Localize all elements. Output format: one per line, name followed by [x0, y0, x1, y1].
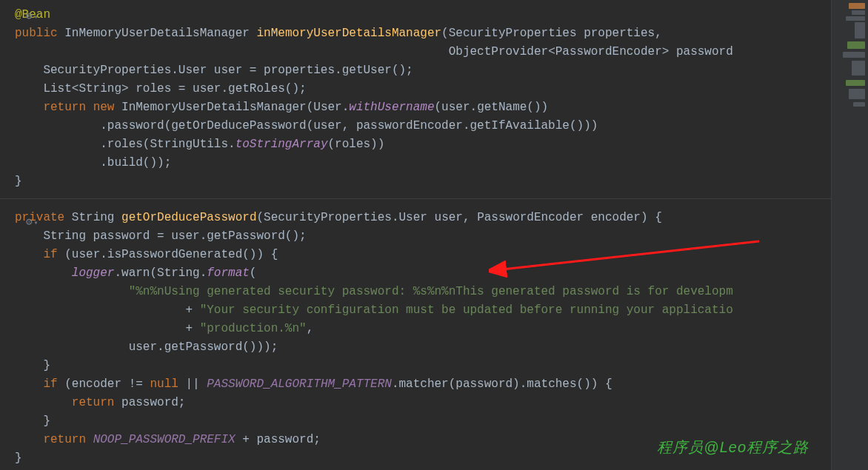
- code-line: logger.warn(String.format(: [0, 264, 831, 283]
- code-line: "%n%nUsing generated security password: …: [0, 283, 831, 301]
- gutter-controls-1[interactable]: ⚙▾: [26, 7, 48, 21]
- code-line: }: [0, 357, 831, 375]
- code-line: String password = user.getPassword();: [0, 227, 831, 246]
- code-line: return NOOP_PASSWORD_PREFIX + password;: [0, 431, 831, 449]
- code-line: .roles(StringUtils.toStringArray(roles)): [0, 135, 831, 154]
- gear-icon: ⚙: [26, 213, 32, 232]
- code-line: ObjectProvider<PasswordEncoder> password: [0, 43, 831, 61]
- method-divider: [0, 198, 831, 209]
- code-line: .password(getOrDeducePassword(user, pass…: [0, 117, 831, 135]
- code-line: + "production.%n",: [0, 320, 831, 338]
- method-name: inMemoryUserDetailsManager: [256, 27, 441, 40]
- code-line: return password;: [0, 394, 831, 412]
- code-line: if (user.isPasswordGenerated()) {: [0, 246, 831, 264]
- method-name: getOrDeducePassword: [121, 211, 256, 224]
- chevron-down-icon: ▾: [33, 214, 38, 232]
- gutter-controls-2[interactable]: ⚙▾: [26, 213, 48, 226]
- code-line: }: [0, 412, 831, 431]
- code-line: public InMemoryUserDetailsManager inMemo…: [0, 24, 831, 43]
- code-line: .build());: [0, 154, 831, 172]
- code-line: SecurityProperties.User user = propertie…: [0, 61, 831, 80]
- code-line: + "Your security configuration must be u…: [0, 301, 831, 320]
- code-line: return new InMemoryUserDetailsManager(Us…: [0, 98, 831, 117]
- code-line: if (encoder != null || PASSWORD_ALGORITH…: [0, 375, 831, 394]
- code-line: }: [0, 172, 831, 191]
- code-editor[interactable]: ⚙▾ @Bean public InMemoryUserDetailsManag…: [0, 0, 831, 470]
- code-line: @Bean: [0, 6, 831, 24]
- gear-icon: ⚙: [26, 7, 32, 26]
- minimap[interactable]: [831, 0, 868, 470]
- code-line: List<String> roles = user.getRoles();: [0, 80, 831, 98]
- code-line: }: [0, 449, 831, 468]
- code-line: user.getPassword()));: [0, 338, 831, 357]
- chevron-down-icon: ▾: [33, 8, 38, 27]
- code-line: private String getOrDeducePassword(Secur…: [0, 209, 831, 227]
